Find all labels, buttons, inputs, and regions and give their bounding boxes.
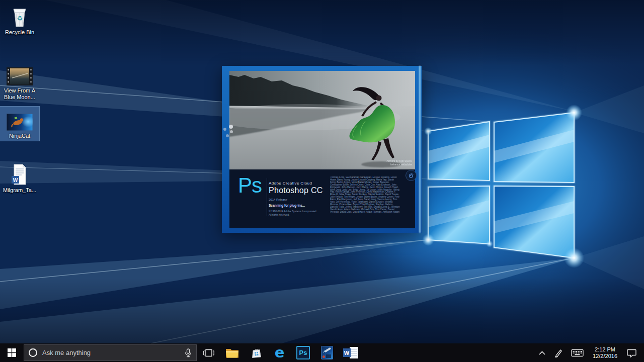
desktop-icon-blue-moon-video[interactable]: View From A Blue Moon... (0, 61, 39, 102)
adobe-badge-icon (406, 170, 417, 181)
divider (267, 178, 267, 216)
task-view-button[interactable] (197, 343, 220, 362)
touch-keyboard-button[interactable] (568, 343, 587, 362)
artwork-credit: Artwork by Kylli Sparre behance.net/adob… (386, 159, 412, 166)
file-explorer-icon (225, 347, 239, 358)
taskbar-file-explorer-button[interactable] (220, 343, 244, 362)
action-center-button[interactable] (623, 343, 640, 362)
desktop-icon-milgram-doc[interactable]: W Milgram_Ta... (0, 161, 39, 195)
desktop-icon-ninjacat[interactable]: NinjaCat (0, 107, 39, 141)
photoshop-icon: Ps (296, 346, 310, 359)
svg-text:W: W (13, 177, 18, 183)
splash-info-panel: Ps Adobe Creative Cloud Photoshop CC 201… (229, 169, 415, 228)
taskbar-photoshop-button[interactable]: Ps (291, 343, 315, 362)
system-tray: 2:12 PM 12/2/2016 (535, 343, 644, 362)
pen-icon (554, 348, 563, 357)
tray-overflow-button[interactable] (535, 343, 549, 362)
taskbar-word-button[interactable]: W (339, 343, 362, 362)
video-file-icon (1, 63, 39, 86)
task-view-icon (203, 348, 214, 357)
word-document-icon: W (1, 162, 39, 186)
tray-date: 12/2/2016 (593, 353, 617, 359)
cortana-icon (29, 348, 37, 357)
word-icon: W (343, 346, 358, 359)
desktop-icon-label: View From A Blue Moon... (1, 87, 39, 101)
product-title: Photoshop CC (269, 186, 323, 195)
tray-clock[interactable]: 2:12 PM 12/2/2016 (589, 346, 621, 359)
desktop: ♻ Recycle Bin (0, 0, 644, 343)
desktop-icon-recycle-bin[interactable]: ♻ Recycle Bin (0, 3, 39, 37)
photoshop-logo-text: Ps (238, 174, 262, 197)
release-label: 2014 Release (269, 198, 287, 201)
brand-label: Adobe Creative Cloud (269, 181, 312, 186)
windows-ink-button[interactable] (551, 343, 566, 362)
credits-list: Thomas Knoll, Seetharaman Narayanan, Rus… (330, 176, 400, 224)
taskbar-edge-button[interactable]: e (268, 343, 291, 362)
keyboard-icon (571, 348, 584, 357)
cortana-search-box[interactable] (24, 344, 197, 361)
taskbar-store-button[interactable] (244, 343, 268, 362)
wallpaper-beam-highlight (419, 66, 421, 233)
taskbar: e Ps W (0, 343, 644, 362)
image-file-icon (1, 108, 39, 131)
copyright-line: All rights reserved. (269, 213, 289, 216)
store-bag-icon (250, 346, 263, 359)
microphone-icon[interactable] (185, 348, 192, 357)
tray-time: 2:12 PM (593, 346, 617, 353)
svg-text:♻: ♻ (17, 15, 23, 22)
photoshop-splash-window: Artwork by Kylli Sparre behance.net/adob… (222, 66, 422, 233)
taskbar-image-file-button[interactable] (315, 343, 339, 362)
chevron-up-icon (538, 350, 546, 355)
action-center-icon (626, 348, 637, 357)
windows-start-icon (8, 348, 16, 357)
busy-spinner-cursor-icon (222, 122, 236, 139)
copyright-line: © 1990-2014 Adobe Systems Incorporated. (269, 210, 317, 213)
recycle-bin-icon: ♻ (1, 5, 39, 28)
desktop-icon-label: NinjaCat (1, 133, 39, 139)
desktop-icon-label: Recycle Bin (1, 29, 39, 36)
search-input[interactable] (41, 348, 181, 357)
loading-status: Scanning for plug-ins... (269, 204, 305, 207)
start-button[interactable] (0, 343, 23, 362)
picture-thumbnail-icon (321, 346, 333, 359)
edge-icon: e (275, 345, 285, 360)
splash-artwork: Artwork by Kylli Sparre behance.net/adob… (229, 71, 415, 169)
desktop-icon-label: Milgram_Ta... (1, 187, 39, 194)
